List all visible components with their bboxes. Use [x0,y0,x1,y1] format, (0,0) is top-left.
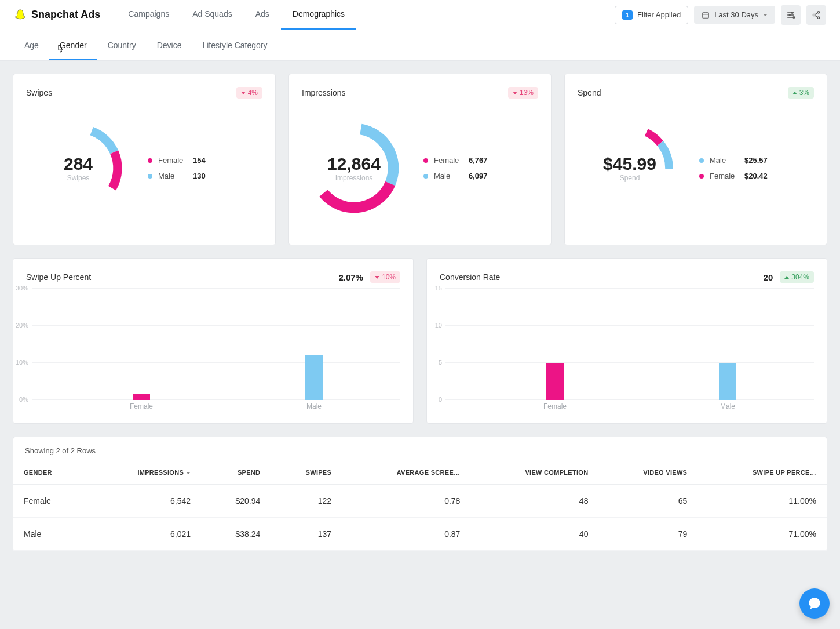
table-cell: Male [13,518,88,551]
date-range-button[interactable]: Last 30 Days [694,6,775,24]
brand-logo: Snapchat Ads [14,9,100,21]
bar-label: Male [306,402,322,410]
bar-label: Female [130,402,153,410]
table-cell: 40 [470,518,598,551]
bar-column: Female [469,289,641,400]
table-cell: 65 [598,485,697,518]
caret-down-icon [375,276,379,279]
subtab-lifestyle[interactable]: Lifestyle Category [192,30,277,60]
bar-zone: FemaleMale [469,289,814,400]
subtab-device[interactable]: Device [147,30,192,60]
metric-value: 2.07% [338,272,363,282]
table-header[interactable]: VIEW COMPLETION [470,461,598,485]
table-row[interactable]: Male6,021$38.241370.87407971.00% [13,518,827,551]
tab-ad-squads[interactable]: Ad Squads [181,0,244,30]
legend-dot-icon [148,174,152,179]
donut-total: $45.99 [603,154,656,174]
legend-item: Female154 [148,156,206,165]
legend-dot-icon [699,158,704,163]
legend-item: Female6,767 [423,156,488,165]
legend: Female6,767 Male6,097 [423,156,488,180]
table-cell: 137 [271,518,342,551]
dashboard: Swipes 4% 284 Swipes Female154 Male130 [0,61,840,564]
snapchat-icon [14,9,27,21]
card-swipes: Swipes 4% 284 Swipes Female154 Male130 [13,74,276,245]
date-range-label: Last 30 Days [714,10,758,19]
change-badge: 10% [370,271,400,283]
subtab-country[interactable]: Country [97,30,147,60]
filter-label: Filter Applied [637,10,681,19]
table-cell: $38.24 [201,518,271,551]
tab-demographics[interactable]: Demographics [281,0,356,30]
table-header[interactable]: VIDEO VIEWS [598,461,697,485]
svg-point-5 [789,14,791,16]
legend-dot-icon [423,174,428,179]
table-header[interactable]: SWIPES [271,461,342,485]
donut-chart-impressions: 12,864 Impressions [302,116,406,220]
calendar-icon [702,11,710,19]
caret-up-icon [792,92,797,94]
legend-dot-icon [423,158,428,163]
share-button[interactable] [806,5,826,25]
metric-value: 20 [764,272,773,282]
table-row[interactable]: Female6,542$20.941220.78486511.00% [13,485,827,518]
donut-total: 284 [64,154,93,174]
legend-item: Male6,097 [423,172,488,180]
donut-chart-spend: $45.99 Spend [578,116,682,220]
table-cell: 0.78 [342,485,470,518]
table-body: Female6,542$20.941220.78486511.00%Male6,… [13,485,827,551]
bar-chart-swipe-up: 0%10%20%30%FemaleMale [32,289,400,410]
svg-rect-0 [703,12,709,17]
donut-total: 12,864 [327,154,381,174]
bar [719,363,736,400]
card-swipe-up-percent: Swipe Up Percent 2.07% 10% 0%10%20%30%Fe… [13,258,414,424]
donut-label: Swipes [64,174,93,182]
legend-item: Male130 [148,172,206,180]
tab-campaigns[interactable]: Campaigns [116,0,181,30]
svg-point-4 [791,12,793,13]
table-header[interactable]: SWIPE UP PERCE… [697,461,827,485]
cursor-icon [56,44,65,54]
table-cell: 122 [271,485,342,518]
card-title: Impressions [302,88,345,97]
legend-dot-icon [148,158,152,163]
caret-down-icon [513,92,517,94]
legend-item: Female$20.42 [699,172,768,180]
sort-caret-icon [186,472,191,474]
donut-chart-swipes: 284 Swipes [26,116,130,220]
table-summary: Showing 2 of 2 Rows [13,437,827,461]
card-title: Spend [578,88,601,97]
legend-dot-icon [699,174,704,179]
donut-label: Spend [603,174,656,182]
bar-column: Female [55,289,228,400]
sub-tabs: Age Gender Country Device Lifestyle Cate… [0,30,840,61]
filter-button[interactable]: 1 Filter Applied [615,6,688,24]
card-title: Conversion Rate [440,272,500,282]
table-cell: 71.00% [697,518,827,551]
table-header[interactable]: IMPRESSIONS [88,461,201,485]
bar-column: Male [641,289,814,400]
table-header[interactable]: AVERAGE SCREE… [342,461,470,485]
settings-button[interactable] [781,5,801,25]
table-cell: 6,542 [88,485,201,518]
donut-row: Swipes 4% 284 Swipes Female154 Male130 [13,74,827,245]
table-header[interactable]: GENDER [13,461,88,485]
brand-title: Snapchat Ads [31,9,100,21]
svg-line-10 [815,13,817,14]
bar-zone: FemaleMale [55,289,400,400]
caret-down-icon [241,92,246,94]
table-cell: 48 [470,485,598,518]
share-icon [812,10,821,20]
bar [305,355,323,400]
legend: Female154 Male130 [148,156,206,180]
table-header[interactable]: SPEND [201,461,271,485]
top-bar: Snapchat Ads Campaigns Ad Squads Ads Dem… [0,0,840,30]
card-conversion-rate: Conversion Rate 20 304% 051015FemaleMale [426,258,827,424]
change-badge: 304% [780,271,814,283]
subtab-age[interactable]: Age [14,30,49,60]
card-title: Swipe Up Percent [26,272,91,282]
tab-ads[interactable]: Ads [244,0,281,30]
svg-line-11 [815,15,817,17]
table-cell: 79 [598,518,697,551]
card-impressions: Impressions 13% 12,864 Impressions Femal… [288,74,552,245]
